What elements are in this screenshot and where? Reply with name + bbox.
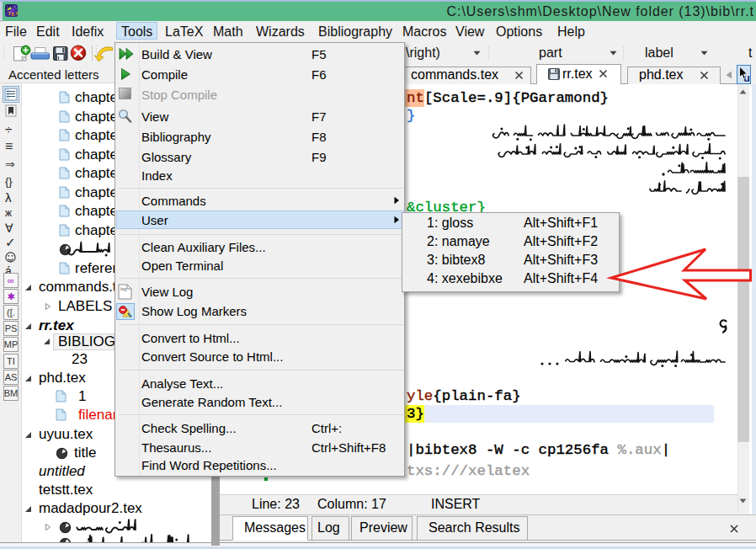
svg-text:log: log [120,286,126,291]
